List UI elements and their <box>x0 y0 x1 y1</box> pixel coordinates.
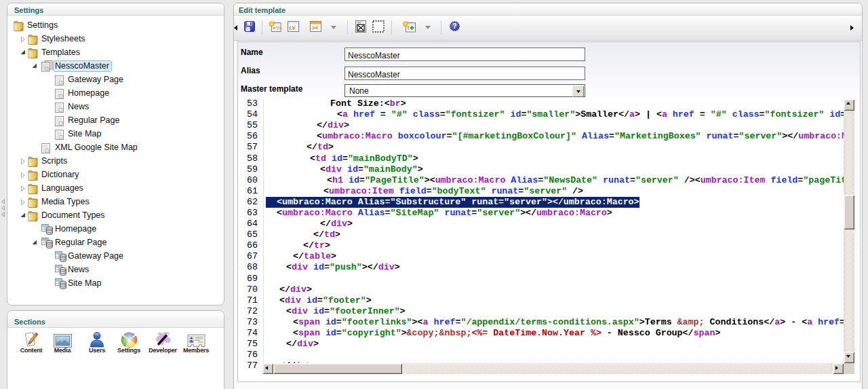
svg-text:?: ? <box>452 22 456 30</box>
svg-text:><: >< <box>312 25 319 32</box>
svg-text:<?>: <?> <box>273 25 281 31</box>
svg-text:ε¥: ε¥ <box>289 24 296 31</box>
